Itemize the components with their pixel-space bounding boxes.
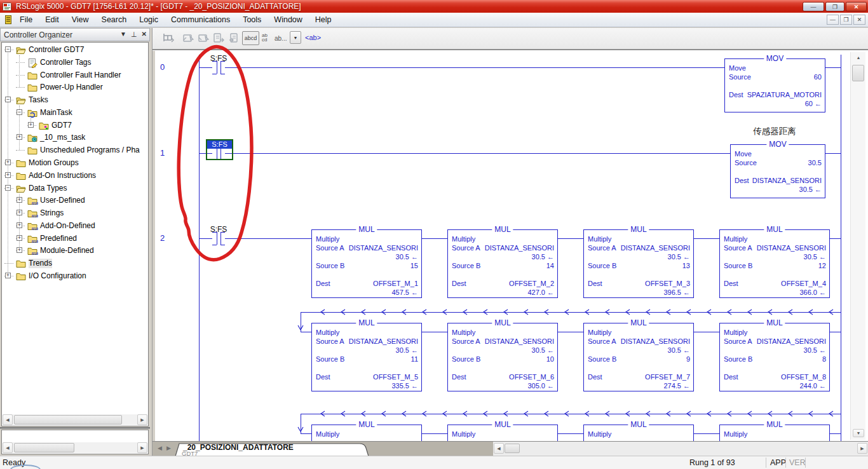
tree-item-gdt7[interactable]: +GDT7 — [2, 119, 148, 131]
pin-icon[interactable]: ⊥ — [131, 31, 137, 39]
tree-item-data-types[interactable]: −Data Types — [2, 182, 148, 194]
mul-instruction-block[interactable]: MULMultiplySource ADISTANZA_SENSORI30.5 … — [447, 229, 558, 298]
close-button[interactable]: ✕ — [846, 2, 867, 11]
tree-item-unscheduled-programs-pha[interactable]: Unscheduled Programs / Pha — [2, 144, 148, 156]
mov-instruction-block[interactable]: MOVMoveSource30.5DestDISTANZA_SENSORI30.… — [730, 144, 825, 198]
scrollbar-arrow[interactable]: ◀ — [3, 442, 13, 453]
menu-edit[interactable]: Edit — [39, 15, 65, 24]
mul-instruction-block[interactable]: MULMultiply — [311, 425, 422, 441]
panel-splitter[interactable] — [150, 28, 153, 456]
mov-instruction-block[interactable]: MOVMoveSource60DestSPAZIATURA_MOTORI60 ← — [724, 58, 825, 112]
tree-expander[interactable]: − — [5, 185, 11, 191]
tree-item-user-defined[interactable]: +010User-Defined — [2, 194, 148, 206]
mul-instruction-block[interactable]: MULMultiplySource ADISTANZA_SENSORI30.5 … — [311, 229, 422, 298]
tree-item-add-on-instructions[interactable]: +Add-On Instructions — [2, 170, 148, 181]
import-rung-icon[interactable] — [212, 31, 226, 45]
tag-display-dropdown[interactable]: ▼ — [290, 31, 301, 44]
tree-expander[interactable]: − — [5, 46, 11, 52]
tree-item-controller-gdt7[interactable]: −Controller GDT7 — [2, 44, 148, 55]
ladder-horizontal-scrollbar[interactable]: ◀▶ — [493, 441, 868, 456]
menu-help[interactable]: Help — [309, 15, 338, 24]
mul-instruction-block[interactable]: MULMultiply — [719, 425, 830, 441]
tree-item-controller-fault-handler[interactable]: Controller Fault Handler — [2, 69, 148, 81]
contact-tag-label[interactable]: S:FS — [200, 54, 238, 63]
scrollbar-thumb[interactable] — [505, 444, 520, 453]
contact-tag-label[interactable]: S:FS — [200, 225, 238, 234]
tree-item-motion-groups[interactable]: +Motion Groups — [2, 157, 148, 168]
mul-instruction-block[interactable]: MULMultiply — [583, 425, 694, 441]
toggle-branch-icon[interactable] — [161, 31, 175, 45]
menu-tools[interactable]: Tools — [236, 15, 268, 24]
scroll-up-arrow[interactable]: ▲ — [853, 53, 864, 62]
mul-instruction-block[interactable]: MULMultiplySource ADISTANZA_SENSORI30.5 … — [719, 229, 830, 298]
tree-item-module-defined[interactable]: +010Module-Defined — [2, 245, 148, 256]
menu-logic[interactable]: Logic — [133, 15, 165, 24]
selected-contact-label[interactable]: S:FS — [207, 140, 232, 149]
tab-routine[interactable]: _20_POSIZIONI_ADATTATORE — [183, 443, 294, 452]
lower-pane-scrollbar[interactable]: ◀▶ — [3, 442, 147, 453]
close-panel-icon[interactable]: ✕ — [142, 31, 147, 39]
mdi-minimize-button[interactable]: — — [827, 15, 839, 25]
ladder-vertical-scrollbar[interactable]: ▲▼ — [850, 52, 865, 440]
tree-expander[interactable]: + — [5, 160, 11, 165]
mul-instruction-block[interactable]: MULMultiply — [447, 425, 558, 441]
menu-file[interactable]: File — [13, 15, 39, 24]
scrollbar-thumb[interactable] — [852, 65, 864, 81]
tag-display-mode[interactable]: ab... — [275, 35, 287, 42]
tree-item-add-on-defined[interactable]: +010Add-On-Defined — [2, 220, 148, 231]
mdi-close-button[interactable]: ✕ — [853, 15, 865, 25]
mul-instruction-block[interactable]: MULMultiplySource ADISTANZA_SENSORI30.5 … — [719, 323, 830, 391]
mul-instruction-block[interactable]: MULMultiplySource ADISTANZA_SENSORI30.5 … — [583, 323, 694, 391]
tree-item-trends[interactable]: Trends — [2, 257, 148, 269]
tree-expander[interactable]: + — [17, 197, 22, 203]
tree-item--10-ms-task[interactable]: +_10_ms_task — [2, 132, 148, 143]
scroll-left-arrow[interactable]: ◀ — [494, 443, 504, 454]
mdi-restore-button[interactable]: ❐ — [840, 15, 852, 25]
tree-expander[interactable]: − — [17, 109, 22, 115]
tree-expander[interactable]: + — [17, 222, 22, 228]
export-rung-icon[interactable] — [227, 31, 241, 45]
dropdown-icon[interactable]: ▼ — [120, 31, 126, 39]
toggle-tag-names-button[interactable]: abcd — [242, 31, 259, 45]
tree-item-power-up-handler[interactable]: Power-Up Handler — [2, 81, 148, 93]
restore-button[interactable]: ❐ — [825, 2, 844, 11]
tree-expander[interactable]: − — [5, 97, 11, 102]
menu-window[interactable]: Window — [268, 15, 308, 24]
scroll-down-arrow[interactable]: ▼ — [853, 429, 864, 437]
tree-item-strings[interactable]: +010Strings — [2, 207, 148, 219]
edit-tag-button[interactable]: <ab> — [305, 34, 321, 41]
tree-expander[interactable]: + — [17, 247, 22, 253]
menu-search[interactable]: Search — [95, 15, 133, 24]
tree-horizontal-scrollbar[interactable]: ◀▶ — [3, 414, 147, 425]
branch-level-icon[interactable] — [197, 31, 211, 45]
tree-item-controller-tags[interactable]: Controller Tags — [2, 57, 148, 68]
mul-instruction-block[interactable]: MULMultiplySource ADISTANZA_SENSORI30.5 … — [583, 229, 694, 298]
tree-item-predefined[interactable]: +010Predefined — [2, 233, 148, 244]
toggle-tag-description-button[interactable]: abcd — [262, 33, 268, 42]
scrollbar-thumb[interactable] — [14, 443, 74, 452]
mul-instruction-block[interactable]: MULMultiplySource ADISTANZA_SENSORI30.5 … — [311, 323, 422, 391]
tree-expander[interactable]: + — [5, 273, 11, 278]
tree-item-label: Data Types — [29, 184, 67, 193]
tree-expander[interactable]: + — [5, 172, 11, 178]
tree-item-i-o-configuration[interactable]: +I/O Configuration — [2, 270, 148, 282]
scroll-right-arrow[interactable]: ▶ — [857, 443, 867, 454]
menu-communications[interactable]: Communications — [165, 15, 236, 24]
tree-item-maintask[interactable]: −MainTask — [2, 107, 148, 118]
scrollbar-thumb[interactable] — [14, 415, 122, 425]
tree-item-tasks[interactable]: −Tasks — [2, 94, 148, 105]
scrollbar-arrow[interactable]: ▶ — [137, 442, 147, 453]
menu-view[interactable]: View — [65, 15, 95, 24]
tree-expander[interactable]: + — [17, 210, 22, 215]
panel-divider[interactable] — [0, 427, 150, 429]
branch-rung-icon[interactable] — [182, 31, 196, 45]
tree-expander[interactable]: + — [28, 122, 34, 128]
tree-expander[interactable]: + — [17, 134, 22, 140]
minimize-button[interactable]: — — [803, 2, 824, 11]
scrollbar-arrow[interactable]: ◀ — [3, 414, 13, 425]
tree-item-label: Motion Groups — [29, 158, 79, 168]
scrollbar-arrow[interactable]: ▶ — [137, 414, 147, 425]
ladder-editor[interactable]: 012S:FSS:FSS:FS传感器距离MOVMoveSource60DestS… — [155, 51, 868, 441]
mul-instruction-block[interactable]: MULMultiplySource ADISTANZA_SENSORI30.5 … — [447, 323, 558, 391]
tree-expander[interactable]: + — [17, 235, 22, 241]
